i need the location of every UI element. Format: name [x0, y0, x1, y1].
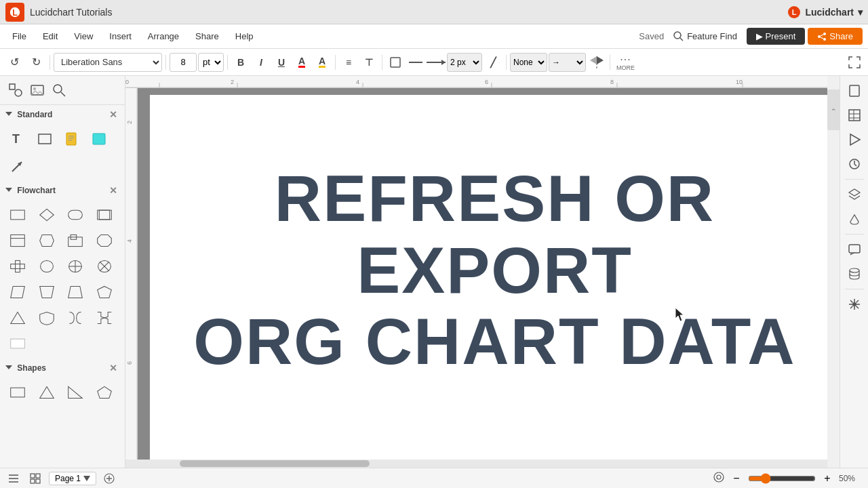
shapes-header[interactable]: Shapes ✕ — [0, 359, 125, 378]
valign-button[interactable]: ⊤ — [359, 53, 378, 72]
shape-fill-button[interactable] — [386, 53, 405, 72]
fc-diamond[interactable] — [35, 203, 59, 227]
feature-find-button[interactable]: Feature Find — [667, 28, 744, 45]
fc-trapezoid[interactable] — [35, 280, 59, 304]
shape-right-tri[interactable] — [63, 380, 87, 405]
fc-white-rect[interactable] — [5, 331, 30, 356]
fc-hexagon[interactable] — [35, 228, 59, 253]
flip-button[interactable] — [587, 53, 606, 72]
fc-para[interactable] — [5, 280, 30, 304]
toolbar-sep-5 — [382, 55, 382, 70]
redo-button[interactable]: ↻ — [26, 52, 46, 73]
fc-tab-rect[interactable] — [63, 228, 87, 253]
conn-start-selector[interactable]: NoneArrow — [510, 53, 547, 72]
font-size-input[interactable] — [170, 53, 197, 72]
fc-double-rect[interactable] — [92, 203, 117, 227]
fc-rect2[interactable] — [5, 228, 30, 253]
lucidchart-logo[interactable]: L Lucidchart ▾ — [787, 5, 863, 19]
font-family-selector[interactable]: Liberation Sans Arial Times New Roman — [54, 53, 162, 72]
fc-triangle[interactable] — [5, 306, 30, 330]
line-style-button[interactable] — [427, 53, 446, 72]
flowchart-section: Flowchart ✕ — [0, 181, 125, 359]
menu-help[interactable]: Help — [229, 28, 260, 44]
standard-close[interactable]: ✕ — [107, 108, 119, 121]
italic-button[interactable]: I — [252, 53, 271, 72]
fc-circle-x[interactable] — [92, 254, 117, 279]
undo-button[interactable]: ↺ — [4, 52, 24, 73]
svg-rect-92 — [849, 245, 860, 253]
menu-arrange[interactable]: Arrange — [141, 28, 186, 44]
svg-marker-83 — [675, 308, 684, 321]
search-button[interactable] — [49, 80, 69, 100]
zoom-out-button[interactable]: − — [729, 471, 744, 486]
fit-page-button[interactable] — [713, 471, 725, 485]
h-scrollbar-thumb[interactable] — [180, 460, 370, 467]
share-button[interactable]: Share — [808, 28, 863, 45]
shapes-close[interactable]: ✕ — [107, 362, 119, 374]
fc-circle-cross[interactable] — [63, 254, 87, 279]
fc-rounded-rect[interactable] — [63, 203, 87, 227]
color-block-tool[interactable] — [87, 127, 111, 151]
fc-brace[interactable] — [63, 306, 87, 330]
flowchart-header[interactable]: Flowchart ✕ — [0, 181, 125, 200]
present-button[interactable]: ▶ Present — [747, 28, 805, 45]
bold-button[interactable]: B — [231, 53, 250, 72]
menu-insert[interactable]: Insert — [102, 28, 138, 44]
arrow-tool[interactable] — [5, 154, 30, 178]
menu-share[interactable]: Share — [189, 28, 226, 44]
shape-rect[interactable] — [5, 380, 30, 405]
fill-button[interactable] — [844, 208, 865, 230]
comments-button[interactable] — [844, 239, 865, 260]
database-button[interactable] — [844, 263, 865, 285]
page-settings-button[interactable] — [844, 80, 865, 102]
table-button[interactable] — [844, 104, 865, 126]
list-view-button[interactable] — [5, 470, 22, 487]
menu-file[interactable]: File — [5, 28, 33, 44]
zoom-in-button[interactable]: + — [820, 471, 835, 486]
fc-octagon[interactable] — [92, 228, 117, 253]
fc-shield[interactable] — [35, 306, 59, 330]
svg-marker-17 — [597, 56, 604, 64]
play-button[interactable] — [844, 129, 865, 150]
canvas-text: REFRESH OR EXPORT ORG CHART DATA — [184, 163, 805, 378]
layers-button[interactable] — [844, 184, 865, 205]
fc-cross[interactable] — [5, 254, 30, 279]
font-unit-selector[interactable]: pt px — [198, 53, 224, 72]
line-width-selector[interactable]: 2 px1 px3 px — [447, 53, 482, 72]
add-page-button[interactable] — [102, 471, 117, 486]
canvas[interactable]: REFRESH OR EXPORT ORG CHART DATA — [150, 95, 827, 460]
zoom-slider[interactable] — [748, 473, 816, 484]
line-tool-button[interactable]: ╱ — [484, 53, 502, 72]
fc-brace2[interactable] — [92, 306, 117, 330]
integrations-button[interactable] — [844, 293, 865, 315]
font-color-button[interactable]: A — [292, 53, 311, 72]
grid-view-button[interactable] — [27, 470, 43, 487]
text-tool[interactable]: T — [5, 127, 30, 151]
standard-header[interactable]: Standard ✕ — [0, 105, 125, 124]
shapes-panel-button[interactable] — [5, 80, 26, 100]
image-button[interactable] — [27, 80, 47, 100]
shape-triangle[interactable] — [35, 380, 59, 405]
flowchart-close[interactable]: ✕ — [107, 184, 119, 197]
fc-circle[interactable] — [35, 254, 59, 279]
note-tool[interactable] — [60, 127, 84, 151]
fc-trap2[interactable] — [63, 280, 87, 304]
highlight-color-button[interactable]: A — [313, 53, 332, 72]
fc-rect[interactable] — [5, 203, 30, 227]
menu-view[interactable]: View — [67, 28, 100, 44]
underline-button[interactable]: U — [272, 53, 291, 72]
align-button[interactable]: ≡ — [339, 53, 358, 72]
more-button[interactable]: ··· MORE — [614, 52, 637, 73]
line-color-button[interactable] — [406, 53, 425, 72]
fc-pentagon[interactable] — [92, 280, 117, 304]
collapse-sidebar-btn[interactable]: ‹ — [827, 89, 840, 130]
conn-end-selector[interactable]: →←↔ — [549, 53, 586, 72]
menu-edit[interactable]: Edit — [36, 28, 64, 44]
shape-penta[interactable] — [92, 380, 117, 405]
history-button[interactable] — [844, 153, 865, 175]
page-selector[interactable]: Page 1 — [49, 472, 96, 485]
rect-tool[interactable] — [33, 127, 57, 151]
right-panel: ‹ — [827, 76, 840, 468]
h-scrollbar-track[interactable] — [125, 460, 827, 468]
fullscreen-button[interactable] — [845, 53, 864, 72]
